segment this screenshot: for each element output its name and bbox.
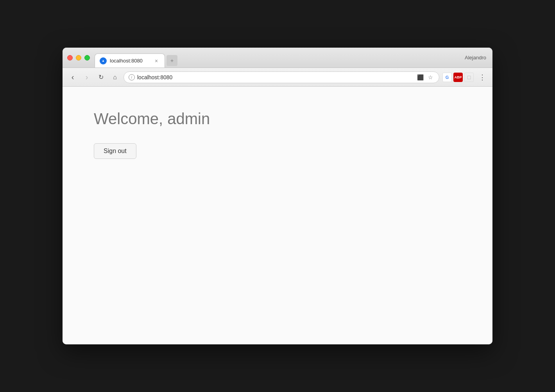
new-tab-icon: + [170,57,174,64]
browser-user-name: Alejandro [465,55,486,61]
close-button[interactable] [67,55,73,61]
traffic-lights [67,55,90,61]
extension-icons: G ABP □ [442,73,474,82]
forward-button[interactable]: › [81,72,92,83]
title-bar: localhost:8080 × + Alejandro [63,48,492,68]
address-text: localhost:8080 [137,74,414,80]
new-tab-button[interactable]: + [166,55,177,66]
tab-close-button[interactable]: × [153,57,160,64]
menu-icon: ⋮ [479,73,486,82]
welcome-heading: Welcome, admin [94,110,461,128]
nav-bar: ‹ › ↻ ⌂ i localhost:8080 ⬛ ☆ G [63,68,492,87]
home-icon: ⌂ [113,74,117,81]
back-icon: ‹ [72,73,74,82]
cast-icon[interactable]: ⬛ [416,73,424,81]
minimize-button[interactable] [76,55,81,61]
address-icons: ⬛ ☆ [416,73,434,81]
adblock-plus-extension[interactable]: ABP [453,73,463,82]
tab-title: localhost:8080 [110,58,150,64]
maximize-button[interactable] [84,55,90,61]
forward-icon: › [86,73,88,82]
reload-button[interactable]: ↻ [95,72,106,83]
info-icon: i [129,74,135,80]
browser-window: localhost:8080 × + Alejandro ‹ › ↻ ⌂ i l… [63,48,492,344]
sign-out-button[interactable]: Sign out [94,143,136,159]
tab-bar: localhost:8080 × + [95,48,488,68]
back-button[interactable]: ‹ [67,72,78,83]
reload-icon: ↻ [98,73,104,81]
menu-button[interactable]: ⋮ [477,72,488,83]
tab-favicon-icon [100,57,107,64]
home-button[interactable]: ⌂ [109,72,120,83]
address-bar[interactable]: i localhost:8080 ⬛ ☆ [124,71,439,83]
bookmark-icon[interactable]: ☆ [426,73,434,81]
page-content: Welcome, admin Sign out [63,87,492,344]
active-tab[interactable]: localhost:8080 × [95,53,165,68]
chrome-extension[interactable]: □ [464,73,474,82]
google-translate-extension[interactable]: G [442,73,452,82]
